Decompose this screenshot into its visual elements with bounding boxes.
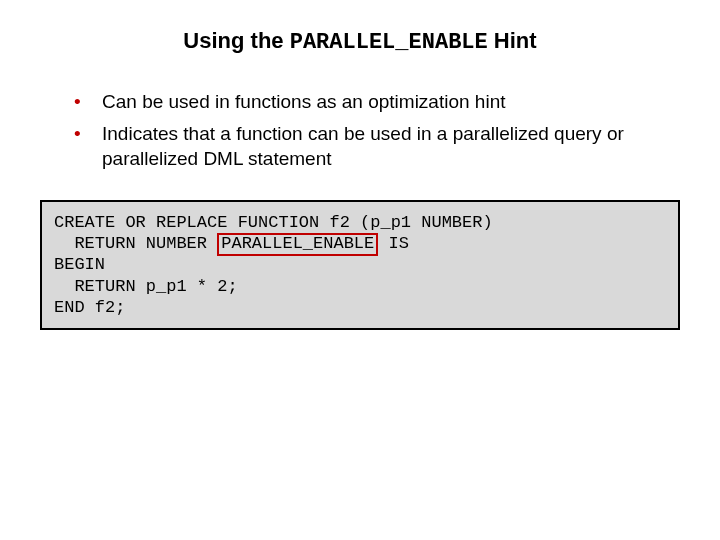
code-line2-pre: RETURN NUMBER <box>54 234 217 253</box>
code-line: BEGIN <box>54 254 666 275</box>
title-mono: PARALLEL_ENABLE <box>290 30 488 55</box>
code-line: CREATE OR REPLACE FUNCTION f2 (p_p1 NUMB… <box>54 212 666 233</box>
slide: Using the PARALLEL_ENABLE Hint Can be us… <box>0 0 720 330</box>
list-item: Indicates that a function can be used in… <box>70 121 670 172</box>
title-pre: Using the <box>183 28 289 53</box>
list-item: Can be used in functions as an optimizat… <box>70 89 670 115</box>
code-line: RETURN NUMBER PARALLEL_ENABLE IS <box>54 233 666 254</box>
code-line: RETURN p_p1 * 2; <box>54 276 666 297</box>
code-line2-post: IS <box>378 234 409 253</box>
code-line: END f2; <box>54 297 666 318</box>
code-block: CREATE OR REPLACE FUNCTION f2 (p_p1 NUMB… <box>40 200 680 330</box>
highlight-parallel-enable: PARALLEL_ENABLE <box>217 233 378 256</box>
slide-title: Using the PARALLEL_ENABLE Hint <box>40 28 680 55</box>
bullet-list: Can be used in functions as an optimizat… <box>40 89 680 172</box>
title-post: Hint <box>488 28 537 53</box>
